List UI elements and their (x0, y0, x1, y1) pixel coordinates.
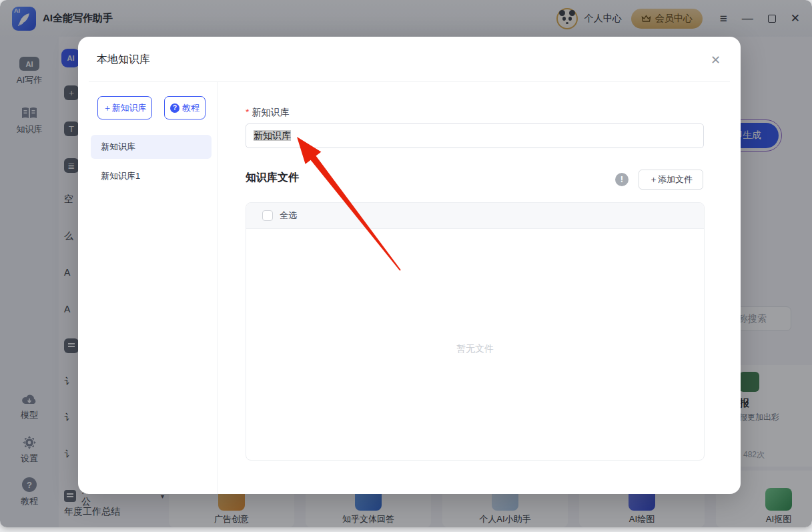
selected-text: 新知识库 (254, 130, 291, 141)
tutorial-button-label: 教程 (182, 102, 199, 114)
empty-state-text: 暂无文件 (246, 343, 704, 355)
select-all-label: 全选 (280, 210, 297, 222)
tutorial-button[interactable]: ? 教程 (164, 96, 206, 119)
select-all-checkbox[interactable] (262, 210, 273, 221)
question-circle-icon: ? (170, 103, 179, 113)
info-icon[interactable]: ! (615, 173, 629, 186)
new-kb-button[interactable]: ＋新知识库 (97, 96, 152, 119)
modal-title: 本地知识库 (97, 53, 150, 67)
kb-files-section-title: 知识库文件 (246, 171, 299, 185)
kb-list-item[interactable]: 新知识库1 (91, 164, 212, 188)
kb-list-item-active[interactable]: 新知识库 (91, 135, 212, 159)
add-file-button[interactable]: ＋添加文件 (639, 170, 703, 190)
required-asterisk: * (246, 107, 249, 117)
kb-name-label: *新知识库 (246, 107, 289, 119)
local-kb-modal: 本地知识库 ✕ ＋新知识库 ? 教程 新知识库 新知识库1 *新知识库 新知识库… (78, 37, 741, 494)
modal-header: 本地知识库 ✕ (78, 37, 741, 81)
close-modal-icon[interactable]: ✕ (711, 53, 721, 67)
app-window: AI ＋ T ≣ 空 么 A A 讠 讠 讠 办公 ▾ 年度工作总结 立即生成 … (0, 0, 812, 527)
kb-name-input[interactable]: 新知识库 (246, 123, 704, 148)
kb-files-table: 全选 暂无文件 (246, 202, 705, 461)
table-header: 全选 (246, 203, 704, 229)
modal-left-panel: ＋新知识库 ? 教程 新知识库 新知识库1 (78, 82, 218, 494)
